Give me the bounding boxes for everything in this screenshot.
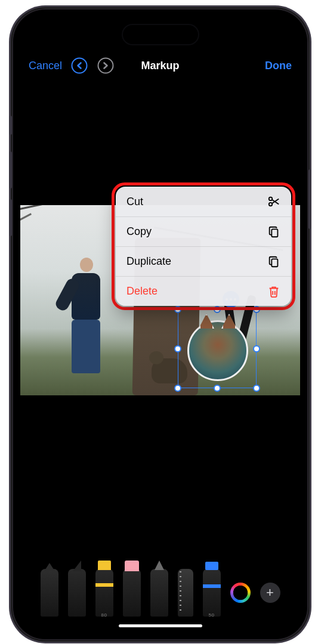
- menu-item-cut[interactable]: Cut: [116, 187, 291, 216]
- tool-pen[interactable]: [41, 569, 58, 617]
- resize-handle[interactable]: [214, 385, 221, 392]
- menu-item-duplicate[interactable]: Duplicate: [116, 246, 291, 276]
- copy-icon: [267, 225, 280, 239]
- menu-item-delete[interactable]: Delete: [116, 276, 291, 306]
- menu-label: Cut: [126, 196, 143, 208]
- svg-line-5: [272, 199, 279, 203]
- markup-nav-bar: Cancel Markup: [20, 54, 300, 78]
- menu-label: Delete: [126, 285, 158, 298]
- tool-eraser[interactable]: [123, 569, 141, 617]
- selection-box[interactable]: [178, 309, 257, 388]
- iphone-frame: Cancel Markup: [12, 8, 308, 640]
- tool-highlighter[interactable]: 80: [95, 569, 113, 617]
- context-menu: Cut Copy: [116, 187, 291, 306]
- resize-handle[interactable]: [174, 306, 181, 313]
- trash-icon: [267, 285, 280, 298]
- dynamic-island: [122, 24, 199, 45]
- menu-item-copy[interactable]: Copy: [116, 216, 291, 246]
- side-button-volume-up: [9, 151, 12, 188]
- tool-pixel-pen[interactable]: 50: [203, 569, 221, 617]
- tool-ruler[interactable]: [178, 569, 193, 617]
- duplicate-icon: [267, 255, 280, 268]
- undo-button[interactable]: [70, 57, 88, 75]
- side-button-silent: [9, 116, 12, 135]
- tool-size-label: 80: [101, 612, 107, 618]
- resize-handle[interactable]: [174, 345, 181, 352]
- svg-point-0: [72, 58, 87, 73]
- add-shape-button[interactable]: +: [260, 583, 280, 603]
- cancel-button[interactable]: Cancel: [29, 60, 62, 72]
- undo-icon: [71, 57, 88, 74]
- tool-pencil[interactable]: [150, 569, 168, 617]
- resize-handle[interactable]: [214, 306, 221, 313]
- side-button-volume-down: [9, 199, 12, 236]
- svg-point-1: [98, 58, 113, 73]
- resize-handle[interactable]: [253, 385, 260, 392]
- tool-size-label: 50: [209, 612, 215, 618]
- redo-icon: [97, 57, 114, 74]
- svg-rect-7: [271, 259, 277, 267]
- menu-label: Copy: [126, 225, 152, 238]
- done-button[interactable]: Done: [265, 60, 292, 72]
- color-picker-button[interactable]: [230, 583, 251, 603]
- svg-rect-6: [271, 229, 277, 237]
- svg-line-4: [272, 200, 279, 205]
- redo-button: [97, 57, 115, 75]
- screen: Cancel Markup: [20, 18, 300, 631]
- markup-toolbar: 80 50 +: [20, 569, 300, 623]
- resize-handle[interactable]: [174, 385, 181, 392]
- resize-handle[interactable]: [253, 306, 260, 313]
- menu-label: Duplicate: [126, 255, 171, 268]
- plus-icon: +: [266, 585, 274, 600]
- side-button-power: [308, 169, 311, 229]
- home-indicator[interactable]: [119, 624, 202, 627]
- scissors-icon: [267, 195, 280, 208]
- tool-marker[interactable]: [68, 569, 86, 617]
- resize-handle[interactable]: [253, 345, 260, 352]
